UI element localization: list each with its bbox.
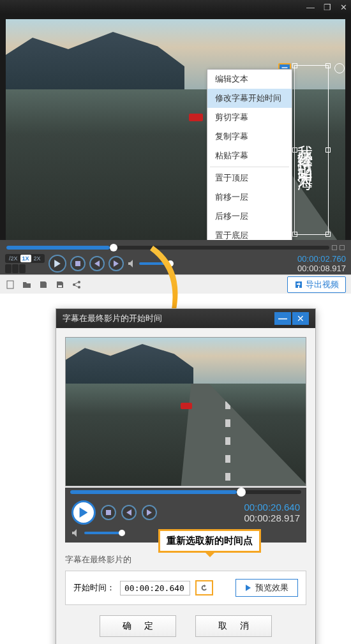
timeline-track[interactable] bbox=[6, 246, 329, 250]
play-icon bbox=[245, 585, 251, 591]
dialog-timecode-display: 00:00:20.640 00:00:28.917 bbox=[244, 502, 300, 523]
scale-up-icon[interactable] bbox=[340, 245, 345, 250]
svg-rect-6 bbox=[7, 281, 13, 288]
resize-handle[interactable] bbox=[292, 147, 297, 153]
ctx-backward-one[interactable]: 后移一层 bbox=[207, 207, 292, 226]
dialog-timeline[interactable] bbox=[65, 488, 306, 497]
speed-controls: /2X 1X 2X bbox=[5, 254, 45, 273]
scale-down-icon[interactable] bbox=[332, 245, 337, 250]
title-bar: — ❐ ✕ bbox=[0, 0, 351, 14]
start-time-input[interactable] bbox=[120, 581, 190, 595]
video-preview[interactable]: 我曾经跨过山和大海 编辑文本 修改字幕开始时间 剪切字幕 复制字幕 粘贴字幕 置… bbox=[6, 19, 345, 240]
ctx-copy-subtitle[interactable]: 复制字幕 bbox=[207, 127, 292, 146]
minimize-button[interactable]: — bbox=[306, 3, 315, 12]
dialog-current-time: 00:00:20.640 bbox=[244, 502, 300, 513]
refresh-icon bbox=[200, 583, 209, 592]
rotate-handle-icon[interactable] bbox=[334, 63, 345, 73]
dialog-title-bar[interactable]: 字幕在最终影片的开始时间 — ✕ bbox=[56, 309, 315, 328]
dialog-close-button[interactable]: ✕ bbox=[292, 312, 309, 325]
dialog-volume-icon bbox=[71, 528, 80, 537]
subtitle-text[interactable]: 我曾经跨过山和大海 bbox=[295, 66, 315, 234]
ok-button[interactable]: 确 定 bbox=[100, 615, 176, 637]
timeline-thumb[interactable] bbox=[110, 244, 117, 251]
subtitle-bounding-box[interactable]: 我曾经跨过山和大海 bbox=[294, 65, 329, 235]
save-icon[interactable] bbox=[38, 280, 49, 290]
current-time: 00:00:02.760 bbox=[297, 254, 346, 264]
new-file-icon[interactable] bbox=[5, 280, 15, 290]
speed-1x[interactable]: 1X bbox=[20, 255, 31, 262]
dialog-play-button[interactable] bbox=[71, 500, 96, 525]
export-video-button[interactable]: 导出视频 bbox=[287, 276, 346, 293]
main-editor-window: — ❐ ✕ 我曾经跨过山和大海 编辑文本 修改字幕开始时间 剪切字幕 复制字幕 … bbox=[0, 0, 351, 294]
speed-half[interactable]: /2X bbox=[7, 255, 20, 262]
prev-frame-button[interactable] bbox=[89, 256, 105, 271]
resize-handle[interactable] bbox=[292, 63, 297, 68]
dialog-total-time: 00:00:28.917 bbox=[244, 513, 300, 523]
total-time: 00:00:08.917 bbox=[297, 264, 346, 273]
svg-rect-5 bbox=[75, 261, 80, 266]
ctx-bring-front[interactable]: 置于顶层 bbox=[207, 168, 292, 188]
start-time-label: 开始时间： bbox=[73, 582, 115, 594]
ctx-forward-one[interactable]: 前移一层 bbox=[207, 188, 292, 207]
refresh-time-button[interactable] bbox=[195, 580, 213, 595]
svg-rect-11 bbox=[106, 510, 111, 515]
volume-slider[interactable] bbox=[139, 262, 171, 265]
resize-handle[interactable] bbox=[292, 232, 297, 237]
context-menu: 编辑文本 修改字幕开始时间 剪切字幕 复制字幕 粘贴字幕 置于顶层 前移一层 后… bbox=[207, 69, 292, 240]
dialog-timeline-thumb[interactable] bbox=[237, 488, 246, 497]
speed-2x[interactable]: 2X bbox=[32, 255, 43, 262]
resize-handle[interactable] bbox=[325, 147, 331, 153]
ctx-paste-subtitle[interactable]: 粘贴字幕 bbox=[207, 146, 292, 165]
dialog-next-frame-button[interactable] bbox=[142, 505, 157, 520]
volume-control[interactable] bbox=[128, 259, 171, 268]
dialog-minimize-button[interactable]: — bbox=[274, 312, 291, 325]
annotation-callout: 重新选取新的时间点 bbox=[158, 529, 261, 553]
dialog-volume-slider[interactable] bbox=[84, 532, 123, 534]
resize-handle[interactable] bbox=[325, 232, 331, 237]
resize-handle[interactable] bbox=[325, 63, 331, 68]
jog-back-icon[interactable] bbox=[5, 264, 11, 273]
maximize-button[interactable]: ❐ bbox=[324, 3, 331, 12]
bottom-toolbar: 导出视频 bbox=[0, 274, 351, 294]
share-icon[interactable] bbox=[71, 280, 82, 290]
dialog-title: 字幕在最终影片的开始时间 bbox=[63, 313, 162, 324]
ctx-send-back[interactable]: 置于底层 bbox=[207, 226, 292, 240]
svg-rect-0 bbox=[282, 67, 288, 68]
play-button[interactable] bbox=[49, 255, 66, 273]
dialog-prev-frame-button[interactable] bbox=[121, 505, 137, 520]
timeline[interactable] bbox=[0, 243, 351, 253]
save-as-icon[interactable] bbox=[55, 280, 65, 290]
next-frame-button[interactable] bbox=[108, 256, 124, 271]
preview-effect-button[interactable]: 预览效果 bbox=[235, 579, 298, 597]
jog-fwd-icon[interactable] bbox=[19, 264, 26, 273]
dialog-form-label: 字幕在最终影片的 bbox=[65, 554, 306, 565]
ctx-change-start-time[interactable]: 修改字幕开始时间 bbox=[207, 89, 292, 108]
ctx-edit-text[interactable]: 编辑文本 bbox=[207, 70, 292, 89]
cancel-button[interactable]: 取 消 bbox=[195, 615, 272, 637]
svg-rect-7 bbox=[58, 285, 62, 287]
dialog-video-preview[interactable] bbox=[65, 337, 306, 486]
dialog-form: 开始时间： 预览效果 bbox=[65, 571, 306, 605]
export-icon bbox=[294, 280, 303, 289]
player-controls: /2X 1X 2X 00:00:02.760 00:00:08.917 bbox=[0, 240, 351, 274]
start-time-dialog: 字幕在最终影片的开始时间 — ✕ 00:00:20.640 00:00:28.9… bbox=[56, 308, 316, 644]
timecode-display: 00:00:02.760 00:00:08.917 bbox=[297, 254, 346, 273]
close-button[interactable]: ✕ bbox=[340, 3, 347, 12]
open-folder-icon[interactable] bbox=[22, 280, 32, 290]
stop-button[interactable] bbox=[70, 256, 86, 271]
dialog-stop-button[interactable] bbox=[101, 505, 116, 520]
ctx-cut-subtitle[interactable]: 剪切字幕 bbox=[207, 108, 292, 127]
volume-icon bbox=[128, 259, 137, 268]
jog-mid-icon[interactable] bbox=[12, 264, 19, 273]
